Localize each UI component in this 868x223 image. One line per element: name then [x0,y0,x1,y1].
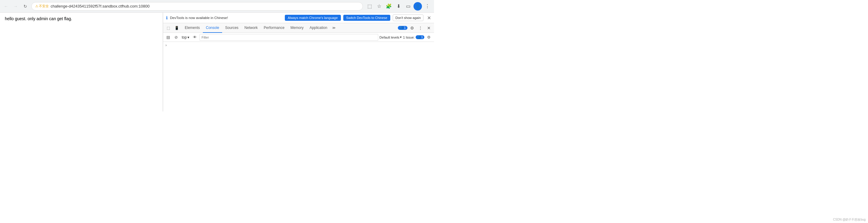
issue-count-icon: 🔵 [417,36,421,39]
default-levels-label: Default levels [379,36,399,39]
more-tabs-button[interactable]: ≫ [330,25,338,31]
devtools-close-icon: ✕ [427,26,431,30]
info-icon: ℹ [166,15,167,20]
sidebar-toggle-button[interactable]: ▤ [165,34,172,41]
devtools-tab-bar: ⬚ 📱 Elements Console Sources Network [163,23,434,33]
default-levels-chevron: ▾ [400,35,402,39]
refresh-button[interactable]: ↻ [22,3,29,10]
issue-count: 🔵 1 [415,35,424,39]
security-icon: ⚠ 不安全 [35,4,49,8]
issues-badge[interactable]: 🔵 1 [398,26,407,30]
tab-list: Elements Console Sources Network Perform… [182,23,397,33]
eye-icon: 👁 [193,35,197,39]
inspect-icon: ⬚ [167,26,170,30]
split-screen-button[interactable]: ▭ [404,2,412,10]
download-button[interactable]: ⬇ [394,2,403,10]
tab-sources[interactable]: Sources [222,23,241,33]
cast-icon: ⬚ [367,3,372,9]
browser-chrome: ← → ↻ ⚠ 不安全 challenge-d42435411592f57f.s… [0,0,434,13]
devtools-settings-button[interactable]: ⚙ [408,24,416,32]
issue-label: 1 Issue: [403,36,415,39]
notification-close-button[interactable]: ✕ [427,15,431,21]
context-selector[interactable]: top ▾ [181,35,190,40]
devtools-notification: ℹ DevTools is now available in Chinese! … [163,13,434,23]
notification-text: DevTools is now available in Chinese! [170,16,282,20]
security-label: 不安全 [39,4,49,8]
url-text: challenge-d42435411592f57f.sandbox.ctfhu… [51,4,150,8]
console-settings-icon: ⚙ [427,35,431,39]
filter-input[interactable] [199,34,378,41]
clear-console-button[interactable]: ⊘ [173,34,179,41]
switch-chinese-button[interactable]: Switch DevTools to Chinese [343,15,390,21]
devtools-more-button[interactable]: ⋮ [416,24,424,32]
issue-count-number: 1 [421,36,423,39]
clear-icon: ⊘ [175,35,178,39]
page-text: hello guest. only admin can get flag. [5,16,158,21]
bookmark-button[interactable]: ☆ [375,2,383,10]
console-issue-badge[interactable]: 1 Issue: 🔵 1 [403,35,424,39]
tab-performance[interactable]: Performance [261,23,287,33]
profile-icon: 👤 [415,4,421,9]
page-content: hello guest. only admin can get flag. [0,13,163,112]
main-area: hello guest. only admin can get flag. ℹ … [0,13,434,112]
sidebar-toggle-icon: ▤ [166,35,170,39]
device-toolbar-button[interactable]: 📱 [173,24,181,32]
toolbar-right: ⬚ ☆ 🧩 ⬇ ▭ 👤 ⋮ [365,2,432,10]
star-icon: ☆ [377,3,381,9]
devtools-left-icons: ⬚ 📱 [164,24,181,32]
puzzle-icon: 🧩 [386,3,392,9]
tab-memory[interactable]: Memory [287,23,307,33]
download-icon: ⬇ [397,3,401,9]
devtools-panel: ℹ DevTools is now available in Chinese! … [163,13,434,112]
console-expand-arrow[interactable]: › [165,43,167,47]
inspect-element-button[interactable]: ⬚ [164,24,172,32]
context-label: top [182,35,187,39]
back-icon: ← [4,4,8,9]
issues-icon: 🔵 [400,26,403,30]
more-icon: ⋮ [425,3,430,9]
match-language-button[interactable]: Always match Chrome's language [285,15,341,21]
forward-button[interactable]: → [12,3,19,10]
split-icon: ▭ [406,3,410,9]
issues-count: 1 [404,26,406,30]
tab-application[interactable]: Application [307,23,330,33]
eye-button[interactable]: 👁 [192,34,198,41]
console-settings-button[interactable]: ⚙ [426,34,432,41]
profile-button[interactable]: 👤 [413,2,422,10]
address-bar[interactable]: ⚠ 不安全 challenge-d42435411592f57f.sandbox… [31,2,363,10]
default-levels-selector[interactable]: Default levels ▾ [379,35,402,39]
console-content: › [163,42,434,112]
chevron-down-icon: ▾ [187,35,189,39]
dont-show-button[interactable]: Don't show again [393,14,424,21]
device-icon: 📱 [175,26,179,30]
refresh-icon: ↻ [24,4,27,9]
tab-elements[interactable]: Elements [182,23,203,33]
devtools-close-button[interactable]: ✕ [425,24,433,32]
tab-console[interactable]: Console [203,23,222,33]
console-toolbar: ▤ ⊘ top ▾ 👁 Default levels ▾ 1 Issue: 🔵 [163,33,434,42]
settings-icon: ⚙ [410,26,414,30]
devtools-more-icon: ⋮ [418,26,423,30]
cast-button[interactable]: ⬚ [365,2,374,10]
forward-icon: → [13,4,18,9]
extensions-button[interactable]: 🧩 [384,2,393,10]
tab-network[interactable]: Network [241,23,261,33]
back-button[interactable]: ← [2,3,10,10]
menu-button[interactable]: ⋮ [423,2,432,10]
devtools-right-icons: 🔵 1 ⚙ ⋮ ✕ [397,24,433,32]
